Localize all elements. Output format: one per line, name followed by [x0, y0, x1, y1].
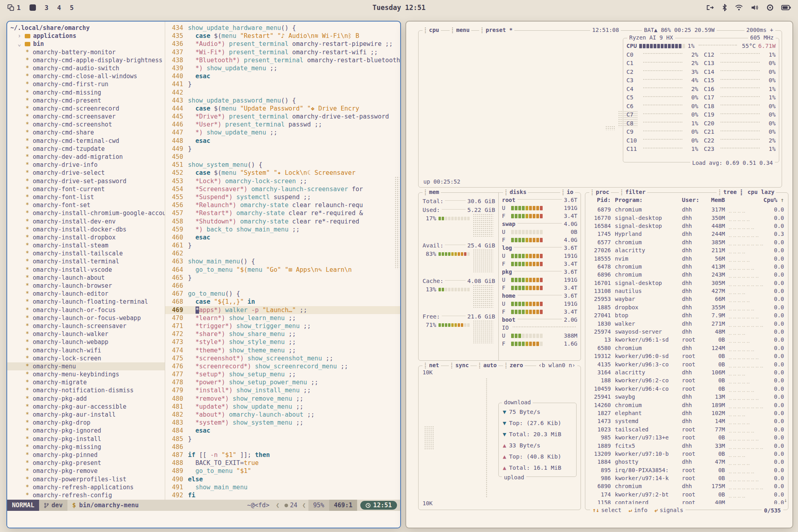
tree-item-file[interactable]: *omarchy-cmd-first-run [7, 80, 165, 88]
header-cpu[interactable]: Cpu% [763, 197, 777, 203]
disk-entry[interactable]: pkg3.6TU191GF3.4T [502, 268, 577, 292]
code-line[interactable]: 434show_update_hardware_menu() { [165, 24, 400, 32]
process-row[interactable]: 6890chromiumdhh175M⣀⣀⣀⣀⣀⣀⣀⣀0.0 [589, 482, 784, 490]
tree-item-root[interactable]: ~/.local/share/omarchy [7, 24, 165, 32]
code-line[interactable]: 436 *Audio*) present_terminal omarchy-re… [165, 40, 400, 48]
code-line[interactable]: 457 *Restart*) omarchy-state clear re*-r… [165, 209, 400, 217]
code-line[interactable]: 469 *apps*) walker -p "Launch…" ;; [165, 306, 400, 314]
code-line[interactable]: 445 *Drive*) present_terminal omarchy-dr… [165, 113, 400, 121]
process-row[interactable]: 4135kworker/u96:3-coroot0B⣀⣀⣀⣀⣀⣀⣀⣀0.0 [589, 360, 784, 368]
code-line[interactable]: 480 *remove*) show_remove_menu ;; [165, 395, 400, 403]
code-line[interactable]: 490else [165, 475, 400, 483]
process-row[interactable]: 1827elephantdhh102M⣀⣀⣀⣀0.0 [589, 409, 784, 417]
code-line[interactable]: 442 [165, 89, 400, 97]
code-line[interactable]: 451show_system_menu() { [165, 161, 400, 169]
code-editor[interactable]: 434show_update_hardware_menu() {435 case… [165, 22, 400, 500]
code-line[interactable]: 459 *) back_to show_main_menu ;; [165, 225, 400, 233]
tab-filter[interactable]: filter [619, 189, 647, 195]
wifi-icon[interactable] [735, 4, 743, 11]
tree-item-file[interactable]: *omarchy-launch-or-focus [7, 306, 165, 314]
update-icon[interactable] [767, 4, 773, 11]
code-line[interactable]: 475 *screenshot*) show_screenshot_menu ;… [165, 354, 400, 362]
disk-entry[interactable]: swap4.0GU0BF4.0G [502, 220, 577, 244]
code-line[interactable]: 438 *Bluetooth*) present_terminal omarch… [165, 56, 400, 64]
tab-net[interactable]: net [423, 362, 441, 368]
process-row[interactable]: 1885dropboxdhh355M⣀⣀⣀⣀⣀⣀0.0 [589, 303, 784, 311]
code-line[interactable]: 448 esac [165, 137, 400, 145]
code-line[interactable]: 456 *Relaunch*) omarchy-state clear rela… [165, 201, 400, 209]
disk-entry[interactable]: boot2.0GIOU388MF1.6G [502, 316, 577, 348]
tree-item-file[interactable]: *omarchy-menu [7, 362, 165, 370]
code-line[interactable]: 435 case $(menu "Restart" "♪ Audio\n≋ Wi… [165, 32, 400, 40]
tree-item-file[interactable]: *omarchy-cmd-missing [7, 89, 165, 97]
tree-item-file[interactable]: *omarchy-launch-browser [7, 282, 165, 290]
tree-item-file[interactable]: *omarchy-install-chromium-google-account [7, 209, 165, 217]
tree-item-file[interactable]: *omarchy-launch-about [7, 274, 165, 282]
footer-action[interactable]: ↵info [628, 507, 647, 514]
tree-item-file[interactable]: *omarchy-cmd-apple-display-brightness [7, 56, 165, 64]
process-row[interactable]: 6896chromiumdhh243M⣀⣀⣀⣀⣀⣀⣀0.0 [589, 271, 784, 279]
file-tree[interactable]: ~/.local/share/omarchy›applications⌄bin*… [7, 22, 165, 500]
disk-entry[interactable]: home3.6TU191GF3.4T [502, 292, 577, 316]
code-line[interactable]: 444 case $(menu "Update Password" "❖ Dri… [165, 105, 400, 113]
code-line[interactable]: 484 esac [165, 427, 400, 435]
code-line[interactable]: 441} [165, 80, 400, 88]
tree-item-file[interactable]: *omarchy-pkg-missing [7, 443, 165, 451]
process-row[interactable]: 3164alacrittydhh106M⣀⣀⣀⣀0.0 [589, 368, 784, 376]
tree-item-file[interactable]: *omarchy-pkg-aur-install [7, 411, 165, 419]
tree-item-file[interactable]: *omarchy-cmd-screenrecord [7, 105, 165, 113]
code-line[interactable]: 489 go_to_menu "$1" [165, 467, 400, 475]
code-line[interactable]: 471 *trigger*) show_trigger_menu ;; [165, 322, 400, 330]
tree-item-file[interactable]: *omarchy-install-terminal [7, 257, 165, 265]
code-line[interactable]: 486 [165, 443, 400, 451]
tree-item-file[interactable]: *omarchy-pkg-add [7, 395, 165, 403]
tree-item-file[interactable]: *omarchy-install-vscode [7, 266, 165, 274]
code-line[interactable]: 482 *about*) omarchy-launch-about ;; [165, 411, 400, 419]
screencast-icon[interactable] [706, 4, 714, 11]
code-line[interactable]: 467go_to_menu() { [165, 290, 400, 298]
code-line[interactable]: 464 go_to_menu "$(menu "Go" "⊞ Apps\n✎ L… [165, 266, 400, 274]
code-line[interactable]: 487if [[ -n "$1" ]]; then [165, 451, 400, 459]
code-line[interactable]: 462 [165, 249, 400, 257]
volume-icon[interactable] [751, 4, 759, 11]
tree-item-file[interactable]: *omarchy-refresh-config [7, 491, 165, 499]
tab-zero[interactable]: zero [503, 362, 525, 368]
process-row[interactable]: 6577chromiumdhh385M⣀⣀⣀⣀⣀⣀⣀⣀0.0 [589, 238, 784, 246]
process-row[interactable]: 25941swaybgdhh13M⣀⣀⣀⣀⣀⣀⣀0.0 [589, 393, 784, 401]
workspace-4[interactable]: 4 [57, 4, 61, 12]
process-row[interactable]: 16770signal-desktopdhh350M⣀⣀⣀⣀⣀0.0 [589, 214, 784, 222]
process-row[interactable]: 1473systemddhh14M⣀⣀⣀⣀⣀0.0 [589, 417, 784, 425]
code-line[interactable]: 443show_update_password_menu() { [165, 97, 400, 105]
code-line[interactable]: 439 *) show_update_menu ;; [165, 64, 400, 72]
process-row[interactable]: 986kworker/u97:14-kroot0B⣀⣀⣀⣀⣀⣀⣀0.0 [589, 474, 784, 482]
code-line[interactable]: 481 *update*) show_update_menu ;; [165, 403, 400, 411]
tree-item-file[interactable]: *omarchy-cmd-present [7, 97, 165, 105]
sort-arrow-icon[interactable]: ↑ [780, 197, 784, 203]
tree-item-file[interactable]: *omarchy-pkg-pinned [7, 451, 165, 459]
header-user[interactable]: User: [682, 197, 703, 203]
process-row[interactable]: 14260chromiumdhh189M⣀⣀⣀⣀⣀⣀⣀⣀0.0 [589, 401, 784, 409]
bluetooth-icon[interactable] [722, 4, 727, 11]
tree-item-file[interactable]: *omarchy-battery-monitor [7, 48, 165, 56]
code-line[interactable]: 468 case "${1,,}" in [165, 298, 400, 306]
tab-cpu[interactable]: cpu [423, 27, 441, 33]
process-row[interactable]: 16701signal-desktopdhh305M⣀⣀⣀⣀⣀⣀⣀⣀0.0 [589, 279, 784, 287]
disk-entry[interactable]: log3.6TU191GF3.4T [502, 244, 577, 268]
code-line[interactable]: 461} [165, 241, 400, 249]
code-line[interactable]: 477 *setup*) show_setup_menu ;; [165, 370, 400, 378]
process-row[interactable]: 6879chromiumdhh317M⣀⣀⣀⣀0.0 [589, 206, 784, 214]
process-row[interactable]: 1023tailscaledroot77M⣀⣀⣀⣀⣀⣀0.0 [589, 425, 784, 433]
refresh-rate[interactable]: 2000ms + [745, 27, 775, 33]
tree-item-dir[interactable]: ›applications [7, 32, 165, 40]
scroll-down-icon[interactable]: ↓ [784, 497, 787, 503]
workspaces-overview-icon[interactable] [7, 4, 14, 11]
process-row[interactable]: 25974swayosd-serverdhh48M⣀⣀⣀⣀0.0 [589, 328, 784, 336]
tab-preset[interactable]: preset * [479, 27, 514, 33]
code-line[interactable]: 460 esac [165, 233, 400, 241]
code-line[interactable]: 453 *Lock*) omarchy-lock-screen ;; [165, 177, 400, 185]
tree-item-file[interactable]: *omarchy-migrate [7, 378, 165, 386]
code-line[interactable]: 452 case $(menu "System" "✦ Lock\n☾ Scre… [165, 169, 400, 177]
header-mem[interactable]: MemB [703, 197, 725, 203]
tree-item-file[interactable]: *omarchy-launch-floating-terminal [7, 298, 165, 306]
process-row[interactable]: 6580chromiumdhh124M⣀⣀⣀⣀⣀⣀0.0 [589, 344, 784, 352]
